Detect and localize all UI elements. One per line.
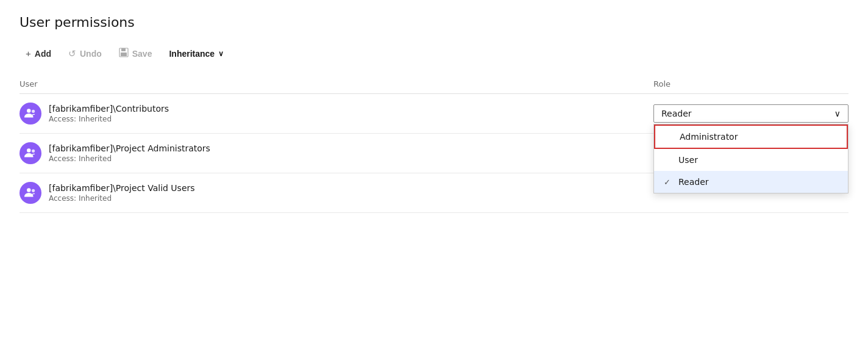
toolbar: + Add ↺ Undo Save Inheritance ∨ [20,45,848,62]
dropdown-item-label: Reader [678,177,838,187]
user-details: [fabrikamfiber]\Project Administrators A… [49,143,210,163]
inheritance-button[interactable]: Inheritance ∨ [163,46,230,62]
check-icon-reader: ✓ [664,178,674,187]
svg-point-6 [32,150,35,153]
avatar [20,182,41,204]
avatar [20,142,41,164]
save-label: Save [132,49,152,59]
svg-rect-1 [121,48,126,51]
svg-point-7 [27,188,30,192]
dropdown-item-reader[interactable]: ✓ Reader [654,171,848,193]
role-dropdown-button[interactable]: Reader ∨ [653,104,848,123]
user-group-icon [24,186,37,200]
user-access: Access: Inherited [49,154,210,163]
user-access: Access: Inherited [49,115,169,123]
user-name: [fabrikamfiber]\Project Valid Users [49,183,195,193]
user-group-icon [24,107,37,120]
dropdown-item-administrator[interactable]: Administrator [654,125,848,149]
user-info: [fabrikamfiber]\Project Valid Users Acce… [20,182,195,204]
page-title: User permissions [20,15,848,30]
role-value: Reader [661,109,692,118]
role-chevron-icon: ∨ [834,109,841,118]
table-header: User Role [20,74,848,94]
inheritance-chevron-icon: ∨ [218,49,224,58]
col-role-header: Role [653,79,848,88]
role-dropdown-menu: Administrator User ✓ Reader [653,124,848,193]
table-row: [fabrikamfiber]\Contributors Access: Inh… [20,94,848,134]
dropdown-item-label: User [678,155,838,165]
inheritance-label: Inheritance [169,49,215,59]
user-info: [fabrikamfiber]\Contributors Access: Inh… [20,103,169,125]
dropdown-item-label: Administrator [680,132,837,142]
check-icon-administrator [665,132,675,142]
check-icon-user [664,156,674,165]
col-user-header: User [20,79,653,88]
svg-rect-2 [121,52,127,56]
save-button[interactable]: Save [113,45,158,62]
save-icon [119,48,129,59]
user-details: [fabrikamfiber]\Contributors Access: Inh… [49,104,169,123]
svg-point-8 [32,189,35,192]
user-name: [fabrikamfiber]\Project Administrators [49,143,210,153]
svg-point-5 [27,148,30,152]
add-label: Add [35,49,51,59]
add-icon: + [26,48,31,59]
user-details: [fabrikamfiber]\Project Valid Users Acce… [49,183,195,203]
role-area: Reader ∨ Administrator User ✓ Reader [653,104,848,123]
avatar [20,103,41,125]
user-group-icon [24,146,37,160]
undo-button[interactable]: ↺ Undo [62,45,108,62]
user-info: [fabrikamfiber]\Project Administrators A… [20,142,210,164]
user-name: [fabrikamfiber]\Contributors [49,104,169,114]
svg-point-3 [27,109,30,112]
user-access: Access: Inherited [49,194,195,203]
svg-point-4 [32,110,35,113]
undo-label: Undo [80,49,102,59]
add-button[interactable]: + Add [20,45,57,62]
dropdown-item-user[interactable]: User [654,149,848,171]
undo-icon: ↺ [68,48,76,59]
